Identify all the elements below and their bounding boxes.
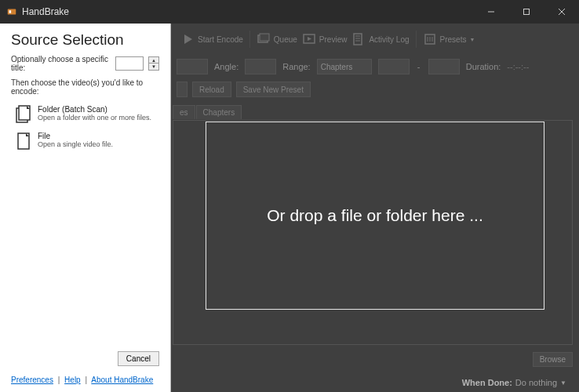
svg-rect-8 <box>260 34 269 41</box>
start-encode-button[interactable]: Start Encode <box>180 32 243 46</box>
reload-button[interactable]: Reload <box>192 82 231 97</box>
window-title: HandBrake <box>22 6 69 17</box>
browse-button[interactable]: Browse <box>533 352 573 367</box>
svg-rect-11 <box>354 34 362 45</box>
range-dash: - <box>416 62 422 71</box>
title-bar: HandBrake <box>0 0 579 24</box>
svg-marker-10 <box>308 37 311 41</box>
status-bar: When Done: Do nothing ▼ <box>173 373 573 392</box>
file-title: File <box>38 132 113 140</box>
optional-title-label: Optionally choose a specific title: <box>11 55 111 72</box>
spinner-up-icon[interactable]: ▲ <box>149 57 158 64</box>
preview-icon <box>302 32 316 46</box>
range-type-dropdown[interactable]: Chapters <box>317 59 372 74</box>
specific-title-input[interactable] <box>115 56 144 71</box>
activity-log-label: Activity Log <box>369 35 409 44</box>
tab-partial[interactable]: es <box>173 105 195 119</box>
app-icon <box>6 6 17 17</box>
queue-icon <box>257 32 271 46</box>
folder-title: Folder (Batch Scan) <box>38 105 151 114</box>
help-link[interactable]: Help <box>64 376 81 384</box>
activity-log-button[interactable]: Activity Log <box>351 32 409 46</box>
queue-button[interactable]: Queue <box>257 32 297 46</box>
save-new-preset-button[interactable]: Save New Preset <box>236 82 311 97</box>
output-row: Browse <box>173 348 573 370</box>
presets-icon <box>423 32 437 46</box>
panel-title: Source Selection <box>0 24 170 55</box>
title-spinner[interactable]: ▲ ▼ <box>148 56 159 71</box>
folder-subtitle: Open a folder with one or more files. <box>38 114 151 122</box>
source-file-item[interactable]: File Open a single video file. <box>0 129 170 155</box>
svg-rect-1 <box>9 10 12 13</box>
title-dropdown[interactable] <box>177 59 208 74</box>
presets-label: Presets <box>440 35 467 44</box>
file-subtitle: Open a single video file. <box>38 140 113 148</box>
tab-chapters[interactable]: Chapters <box>196 105 242 119</box>
svg-marker-6 <box>184 34 192 44</box>
file-icon <box>16 132 31 151</box>
maximize-button[interactable] <box>508 0 544 24</box>
source-selection-panel: Source Selection Optionally choose a spe… <box>0 24 171 392</box>
about-link[interactable]: About HandBrake <box>91 376 153 384</box>
duration-label: Duration: <box>466 62 501 71</box>
drop-zone[interactable]: Or drop a file or folder here ... <box>206 122 544 310</box>
range-start-dropdown[interactable] <box>378 59 410 74</box>
range-label: Range: <box>282 62 310 71</box>
play-icon <box>180 32 195 46</box>
folder-icon <box>16 105 31 124</box>
queue-label: Queue <box>274 35 297 44</box>
preferences-link[interactable]: Preferences <box>11 376 53 384</box>
angle-label: Angle: <box>214 62 239 71</box>
minimize-button[interactable] <box>473 0 508 24</box>
source-folder-item[interactable]: Folder (Batch Scan) Open a folder with o… <box>0 102 170 129</box>
preview-label: Preview <box>319 35 348 44</box>
when-done-label: When Done: <box>462 378 512 387</box>
svg-rect-3 <box>523 9 529 15</box>
instruction-text: Then choose the video(s) you'd like to e… <box>0 78 170 102</box>
close-button[interactable] <box>544 0 579 24</box>
svg-rect-0 <box>8 9 16 15</box>
spinner-down-icon[interactable]: ▼ <box>149 64 158 70</box>
cancel-button[interactable]: Cancel <box>118 351 159 366</box>
presets-button[interactable]: Presets ▼ <box>423 32 475 46</box>
footer-links: Preferences | Help | About HandBrake <box>0 371 170 392</box>
duration-value: --:--:-- <box>507 62 529 71</box>
start-encode-label: Start Encode <box>198 35 243 44</box>
activity-log-icon <box>351 32 366 46</box>
preview-button[interactable]: Preview <box>302 32 348 46</box>
chevron-down-icon: ▼ <box>560 379 566 387</box>
drop-zone-text: Or drop a file or folder here ... <box>267 206 482 225</box>
angle-dropdown[interactable] <box>245 59 276 74</box>
preset-dropdown[interactable] <box>177 82 188 97</box>
chevron-down-icon: ▼ <box>469 37 475 42</box>
when-done-value[interactable]: Do nothing <box>515 378 557 387</box>
range-end-dropdown[interactable] <box>428 59 460 74</box>
